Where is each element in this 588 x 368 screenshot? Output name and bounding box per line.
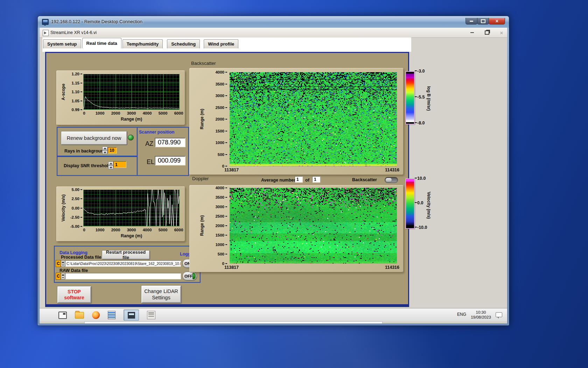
tab-temp-humidity[interactable]: Temp/humidity bbox=[122, 39, 163, 48]
tick-label: 2000 bbox=[108, 228, 124, 232]
backscatter-heatmap-canvas bbox=[230, 72, 397, 166]
ascope-x-axis-label: Range (m) bbox=[83, 117, 180, 122]
backscatter-x-labels: 113817 114316 bbox=[224, 168, 399, 172]
backscatter-toggle-label: Backscatter bbox=[352, 177, 377, 182]
average-number-field[interactable]: 1 bbox=[295, 176, 303, 183]
doppler-y-axis-label: Range (m) bbox=[199, 188, 205, 264]
tick-label: 500 bbox=[218, 252, 227, 256]
app-titlebar[interactable]: StreamLine XR v14-6.vi × bbox=[40, 28, 507, 38]
rays-in-background-label: Rays in background bbox=[64, 149, 106, 154]
raw-path-field[interactable] bbox=[65, 273, 181, 279]
backscatter-y-axis-label: Range (m) bbox=[199, 72, 205, 166]
snr-value-field[interactable]: 1 bbox=[113, 161, 126, 168]
clock-time: 10:30 bbox=[468, 310, 493, 315]
lines-app-icon[interactable] bbox=[108, 311, 115, 319]
ascope-x-ticks: 0100020003000400050006000 bbox=[76, 111, 187, 115]
tab-scheduling[interactable]: Scheduling bbox=[167, 39, 200, 48]
tab-real-time-data[interactable]: Real time data bbox=[82, 38, 121, 48]
rays-spinner[interactable] bbox=[102, 146, 107, 154]
scanner-position-title: Scanner position bbox=[139, 130, 174, 135]
app-window-title: StreamLine XR v14-6.vi bbox=[50, 30, 97, 35]
tick-label: 1.20 bbox=[72, 72, 82, 76]
tick-label: 4000 bbox=[139, 111, 155, 115]
rays-value-field[interactable]: 10 bbox=[108, 147, 117, 154]
velocity-graph: Velocity (m/s) 5.002.500.00-2.50-5.00 01… bbox=[56, 186, 185, 241]
restart-processed-file-button[interactable]: Restart processed file bbox=[102, 250, 150, 259]
app-restore-button[interactable] bbox=[483, 29, 490, 36]
processed-path-field[interactable]: C:\Lidar\Data\Proc\2023\202308\20230819\… bbox=[65, 260, 181, 267]
rdp-window: 192.168.0.122 - Remote Desktop Connectio… bbox=[37, 16, 509, 326]
processed-browse-icon[interactable] bbox=[61, 260, 65, 267]
backscatter-toggle-switch[interactable] bbox=[385, 177, 398, 183]
tick-label: 1.10 bbox=[72, 90, 82, 94]
tick-label: 4000 bbox=[139, 228, 155, 232]
off-led bbox=[192, 273, 196, 279]
app-close-button[interactable]: × bbox=[498, 29, 505, 36]
snr-threshold-box: Display SNR threshold 1 bbox=[57, 156, 138, 176]
language-indicator[interactable]: ENG bbox=[457, 312, 466, 317]
taskbar-clock[interactable]: 10:30 19/08/2023 bbox=[468, 310, 493, 320]
clock-date: 19/08/2023 bbox=[468, 315, 493, 320]
background-control-box: Renew background now Rays in background … bbox=[57, 127, 138, 157]
processed-drive-box[interactable]: C bbox=[56, 260, 61, 267]
doppler-colorbar-label: Velocity (m/s) bbox=[426, 179, 432, 232]
file-explorer-icon[interactable] bbox=[75, 312, 84, 319]
tick-label: 3000 bbox=[124, 111, 139, 115]
minimize-button[interactable] bbox=[465, 18, 477, 25]
renew-background-button[interactable]: Renew background now bbox=[61, 131, 127, 145]
backscatter-x-start: 113817 bbox=[224, 168, 239, 172]
doppler-colorbar bbox=[405, 178, 415, 229]
tick-label: 3500 bbox=[215, 195, 227, 199]
tick-label: 5.00 bbox=[72, 188, 82, 192]
azimuth-value-field[interactable]: 078.990 bbox=[155, 138, 186, 147]
backscatter-colorbar-label: log B (/m/sr) bbox=[426, 72, 432, 125]
snr-spinner[interactable] bbox=[108, 162, 113, 169]
tick-label: 2500 bbox=[215, 214, 227, 218]
tick-label: 1500 bbox=[215, 233, 227, 237]
tick-label: 3000 bbox=[215, 94, 227, 98]
horizontal-scrollbar[interactable] bbox=[84, 321, 383, 323]
ascope-y-ticks: 1.201.151.101.050.99 bbox=[69, 72, 82, 112]
backscatter-graph: Range (m) 400035003000250020001500100050… bbox=[189, 68, 404, 175]
tick-label: 3000 bbox=[124, 228, 139, 232]
maximize-button[interactable] bbox=[477, 18, 489, 25]
remote-taskbar: ENG 10:30 19/08/2023 bbox=[40, 308, 507, 321]
tick-label: 1000 bbox=[215, 243, 227, 247]
average-number-label: Average number bbox=[261, 178, 295, 183]
tick-label: 1.15 bbox=[72, 81, 82, 85]
logging-off-button[interactable]: OFF bbox=[182, 272, 197, 280]
tick-label: 6000 bbox=[171, 228, 187, 232]
tab-system-setup[interactable]: System setup bbox=[43, 39, 81, 48]
notification-icon[interactable] bbox=[496, 312, 502, 317]
tick-label: 2500 bbox=[215, 105, 227, 110]
change-lidar-settings-button[interactable]: Change LiDARSettings bbox=[141, 285, 181, 303]
tick-label: 6000 bbox=[171, 111, 187, 115]
close-button[interactable]: × bbox=[489, 18, 505, 25]
raw-browse-icon[interactable] bbox=[61, 273, 65, 279]
velocity-plot-canvas bbox=[83, 190, 180, 226]
renew-background-led bbox=[128, 135, 134, 141]
firefox-icon[interactable] bbox=[92, 311, 100, 319]
desktop: 192.168.0.122 - Remote Desktop Connectio… bbox=[0, 0, 588, 368]
raw-drive-box[interactable]: C bbox=[56, 273, 61, 280]
raw-data-file-label: RAW Data file bbox=[59, 268, 88, 273]
remote-desktop-icon bbox=[42, 19, 49, 25]
tab-wind-profile[interactable]: Wind profile bbox=[204, 39, 238, 48]
of-label: of bbox=[305, 178, 309, 183]
tick-label: 2000 bbox=[108, 111, 124, 115]
active-app-taskbar-button[interactable] bbox=[124, 309, 139, 321]
tick-label: 1000 bbox=[92, 228, 108, 232]
doppler-title: Doppler bbox=[192, 176, 209, 181]
doppler-graph: Range (m) 400035003000250020001500100050… bbox=[189, 185, 404, 272]
stop-line2: software bbox=[64, 295, 84, 300]
average-total-field[interactable]: 1 bbox=[312, 176, 320, 183]
elevation-value-field[interactable]: 000.099 bbox=[155, 156, 186, 165]
task-view-icon[interactable] bbox=[58, 312, 67, 319]
rdp-titlebar[interactable]: 192.168.0.122 - Remote Desktop Connectio… bbox=[38, 16, 509, 28]
stop-software-button[interactable]: STOPsoftware bbox=[57, 286, 91, 303]
doppler-y-ticks: 40003500300025002000150010005000 bbox=[212, 186, 227, 266]
tick-label: 1000 bbox=[92, 111, 108, 115]
data-logging-title: Data Logging bbox=[59, 250, 88, 255]
app-minimize-button[interactable] bbox=[469, 29, 476, 36]
scan-schedules-icon[interactable] bbox=[147, 311, 155, 319]
